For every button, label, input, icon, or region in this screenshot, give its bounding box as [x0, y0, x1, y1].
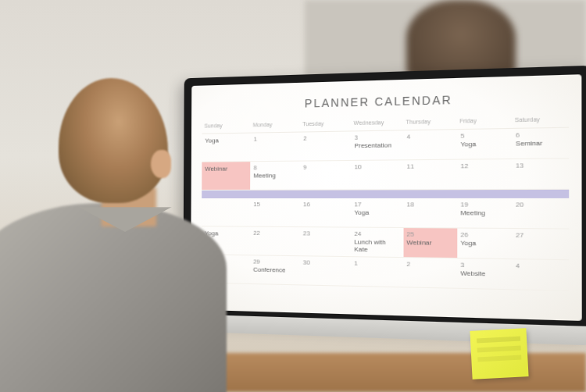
- desktop-monitor: PLANNER CALENDAR SundayMondayTuesdayWedn…: [183, 66, 586, 333]
- event-label: Yoga: [354, 210, 400, 217]
- event-label: Yoga: [460, 141, 509, 148]
- date-number: 29: [253, 258, 260, 265]
- calendar-cell[interactable]: 27: [513, 229, 570, 260]
- date-number: 8: [253, 164, 256, 171]
- calendar-cell[interactable]: 16: [300, 198, 351, 228]
- calendar-cell[interactable]: 13: [513, 159, 570, 190]
- calendar-cell[interactable]: 9: [300, 161, 351, 191]
- date-number: 3: [460, 261, 464, 269]
- calendar-cell[interactable]: 4: [403, 130, 457, 160]
- calendar-cell[interactable]: 17Yoga: [351, 198, 403, 228]
- calendar-cell[interactable]: 2: [300, 131, 351, 161]
- calendar-cell[interactable]: 29Conference: [250, 255, 300, 285]
- calendar-grid: SundayMondayTuesdayWednesdayThursdayFrid…: [202, 114, 570, 291]
- day-header: Monday: [251, 119, 301, 134]
- calendar-cell[interactable]: 2: [403, 258, 457, 289]
- date-number: 16: [303, 201, 310, 208]
- date-number: 1: [354, 259, 358, 266]
- day-header: Tuesday: [300, 119, 351, 133]
- date-number: 15: [253, 201, 260, 208]
- date-number: 24: [354, 230, 361, 238]
- calendar-title: PLANNER CALENDAR: [202, 90, 569, 112]
- date-number: 1: [253, 136, 256, 143]
- calendar-cell[interactable]: 19Meeting: [457, 198, 513, 229]
- event-label: Seminar: [516, 140, 565, 148]
- calendar-cell[interactable]: 8Meeting: [250, 162, 300, 191]
- event-label: Meeting: [460, 210, 509, 218]
- person-shirt: [0, 203, 227, 392]
- person-head: [59, 78, 168, 203]
- calendar-cell[interactable]: 3Presentation: [351, 130, 403, 161]
- calendar-cell[interactable]: 1: [351, 257, 403, 287]
- date-number: 4: [516, 262, 520, 270]
- date-number: 2: [406, 260, 410, 268]
- calendar-cell[interactable]: 12: [457, 159, 513, 190]
- foreground-person: [0, 70, 234, 392]
- calendar-cell[interactable]: 23: [300, 227, 351, 257]
- multi-day-event-bar[interactable]: [202, 190, 569, 198]
- calendar-cell[interactable]: 26Yoga: [457, 229, 513, 260]
- date-number: 5: [460, 132, 464, 140]
- date-number: 13: [516, 162, 523, 169]
- calendar-cell[interactable]: 25Webinar: [403, 228, 457, 258]
- date-number: 9: [303, 164, 307, 171]
- date-number: 2: [303, 135, 307, 142]
- date-number: 23: [303, 230, 310, 237]
- date-number: 17: [354, 201, 361, 208]
- date-number: 6: [516, 131, 520, 139]
- event-label: Yoga: [460, 241, 509, 248]
- day-header: Friday: [457, 116, 513, 130]
- event-label: Webinar: [406, 240, 453, 248]
- desk-surface: [219, 353, 586, 392]
- sticky-note: [470, 328, 528, 380]
- calendar-app: PLANNER CALENDAR SundayMondayTuesdayWedn…: [191, 74, 582, 321]
- date-number: 18: [406, 201, 414, 208]
- calendar-cell[interactable]: 4: [513, 259, 570, 291]
- date-number: 19: [460, 201, 468, 208]
- date-number: 30: [303, 258, 310, 265]
- date-number: 27: [516, 231, 523, 239]
- date-number: 4: [407, 133, 411, 141]
- day-header: Saturday: [513, 114, 570, 129]
- calendar-cell[interactable]: 6Seminar: [513, 128, 570, 159]
- calendar-cell[interactable]: 11: [403, 160, 457, 191]
- calendar-cell[interactable]: 22: [250, 227, 300, 257]
- date-number: 20: [516, 201, 523, 208]
- date-number: 25: [406, 230, 414, 238]
- date-number: 12: [460, 162, 468, 170]
- date-number: 11: [407, 162, 415, 170]
- calendar-cell[interactable]: 24Lunch with Kate: [351, 228, 403, 258]
- calendar-cell[interactable]: 20: [513, 198, 570, 230]
- date-number: 10: [354, 163, 361, 170]
- person-ear: [151, 150, 171, 178]
- calendar-cell[interactable]: 15: [250, 198, 300, 227]
- date-number: 3: [355, 134, 359, 141]
- calendar-cell[interactable]: 10: [351, 160, 403, 190]
- event-label: Presentation: [354, 142, 399, 150]
- calendar-cell[interactable]: 3Website: [457, 258, 513, 290]
- event-label: Website: [460, 270, 509, 279]
- calendar-cell[interactable]: 30: [300, 256, 351, 287]
- event-label: Conference: [253, 267, 297, 275]
- calendar-cell[interactable]: 18: [403, 198, 457, 229]
- date-number: 22: [253, 230, 260, 237]
- calendar-cell[interactable]: 5Yoga: [457, 129, 513, 160]
- date-number: 26: [460, 231, 468, 239]
- event-label: Meeting: [253, 173, 297, 180]
- calendar-cell[interactable]: 1: [250, 133, 300, 162]
- day-header: Wednesday: [351, 117, 403, 131]
- day-header: Thursday: [403, 116, 457, 130]
- event-label: Lunch with Kate: [354, 239, 400, 254]
